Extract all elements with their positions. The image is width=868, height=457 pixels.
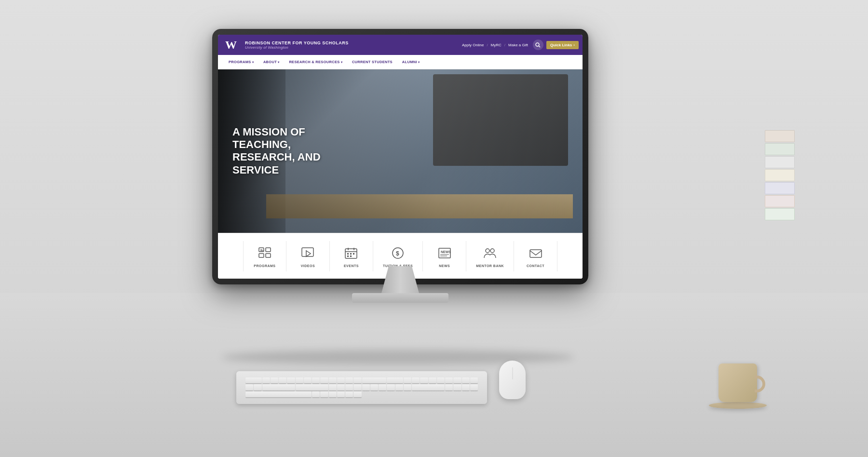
key-s[interactable] [412,377,420,384]
ql-videos-label: VIDEOS [301,264,315,268]
key-ctrl[interactable] [453,384,461,390]
key-o[interactable] [329,377,337,384]
key-e[interactable] [279,377,286,384]
key-i[interactable] [320,377,328,384]
mouse-divider [512,367,513,379]
key-k[interactable] [462,377,470,384]
monitor-shadow [222,350,574,364]
ql-events[interactable]: EVENTS [330,241,373,271]
key-fn[interactable] [445,384,453,390]
key-g[interactable] [437,377,445,384]
apply-online-link[interactable]: Apply Online [460,42,486,48]
site-name: ROBINSON CENTER FOR YOUNG SCHOLARS [245,40,349,45]
key-semi[interactable] [245,384,253,390]
key-comma[interactable] [387,384,394,390]
key-n[interactable] [370,384,378,390]
key-u[interactable] [312,377,320,384]
mug-saucer [709,402,767,409]
key-x[interactable] [337,384,345,390]
key-z[interactable] [329,384,337,390]
mouse[interactable] [499,361,526,399]
key-alt[interactable] [462,384,470,390]
key-caps[interactable] [387,377,403,384]
key-right[interactable] [353,391,361,398]
key-d[interactable] [420,377,428,384]
key-w[interactable] [271,377,278,384]
key-y[interactable] [304,377,312,384]
key-quote[interactable] [254,384,261,390]
key-r[interactable] [287,377,295,384]
research-chevron: ▾ [341,60,342,64]
hero-section: A MISSION OF TEACHING,RESEARCH, AND SERV… [218,69,583,233]
key-m[interactable] [379,384,386,390]
book-7 [765,208,795,220]
key-down[interactable] [345,391,353,398]
key-j[interactable] [453,377,461,384]
ql-news[interactable]: NEWS NEWS [423,241,466,271]
coffee-mug [719,363,757,402]
key-bracket-r[interactable] [353,377,361,384]
ql-programs[interactable]: PROGRAMS [243,241,286,271]
key-slash[interactable] [404,384,411,390]
key-cmd-l[interactable] [470,384,478,390]
nav-about[interactable]: ABOUT ▾ [258,55,284,69]
book-1 [765,130,795,142]
ql-news-label: NEWS [439,264,450,268]
search-button[interactable] [533,40,543,50]
svg-point-25 [486,249,489,253]
ql-events-label: EVENTS [344,264,359,268]
svg-marker-9 [306,251,311,256]
key-up[interactable] [337,391,345,398]
key-alt-r[interactable] [320,391,328,398]
key-enter[interactable] [262,384,295,390]
key-t[interactable] [296,377,303,384]
make-gift-link[interactable]: Make a Gift [506,42,530,48]
nav-alumni[interactable]: ALUMNI ▾ [397,55,424,69]
key-lshift[interactable] [296,384,328,390]
hero-background: A MISSION OF TEACHING,RESEARCH, AND SERV… [218,69,583,233]
play-icon [299,245,316,262]
book-stack [763,130,797,227]
uw-logo: W [222,36,240,54]
book-2 [765,143,795,155]
quick-links-button[interactable]: Quick Links › [546,41,579,49]
key-cmd-r[interactable] [312,391,320,398]
key-b[interactable] [362,384,370,390]
key-a[interactable] [404,377,411,384]
ql-videos[interactable]: VIDEOS [286,241,330,271]
key-v[interactable] [353,384,361,390]
hero-title: A MISSION OF TEACHING,RESEARCH, AND SERV… [232,126,358,177]
key-space[interactable] [245,391,312,398]
key-l[interactable] [470,377,478,384]
top-bar: W ROBINSON CENTER FOR YOUNG SCHOLARS Uni… [218,35,583,55]
svg-rect-14 [347,253,349,255]
key-backspace[interactable] [362,377,387,384]
key-c[interactable] [345,384,353,390]
hero-text-block: A MISSION OF TEACHING,RESEARCH, AND SERV… [232,126,358,177]
keyboard[interactable] [236,371,487,404]
svg-rect-27 [530,250,542,257]
key-rshift[interactable] [412,384,445,390]
svg-text:$: $ [396,250,399,257]
nav-research[interactable]: RESEARCH & RESOURCES ▾ [284,55,347,69]
key-period[interactable] [395,384,403,390]
key-bracket-l[interactable] [345,377,353,384]
nav-programs[interactable]: PROGRAMS ▾ [224,55,258,69]
book-4 [765,169,795,181]
myrc-link[interactable]: MyRC [489,42,503,48]
key-h[interactable] [445,377,453,384]
nav-current-students[interactable]: CURRENT STUDENTS [347,55,397,69]
key-tab[interactable] [245,377,262,384]
key-left[interactable] [329,391,337,398]
ql-contact[interactable]: CONTACT [514,241,557,271]
envelope-icon [527,245,544,262]
monitor-stand-base [352,293,448,303]
ql-mentor[interactable]: MENTOR BANK [466,241,514,271]
alumni-chevron: ▾ [418,60,420,64]
key-p[interactable] [337,377,345,384]
ql-contact-label: CONTACT [527,264,544,268]
key-f[interactable] [429,377,436,384]
key-q[interactable] [262,377,270,384]
site-title-block: ROBINSON CENTER FOR YOUNG SCHOLARS Unive… [245,40,349,50]
svg-rect-3 [266,248,271,252]
